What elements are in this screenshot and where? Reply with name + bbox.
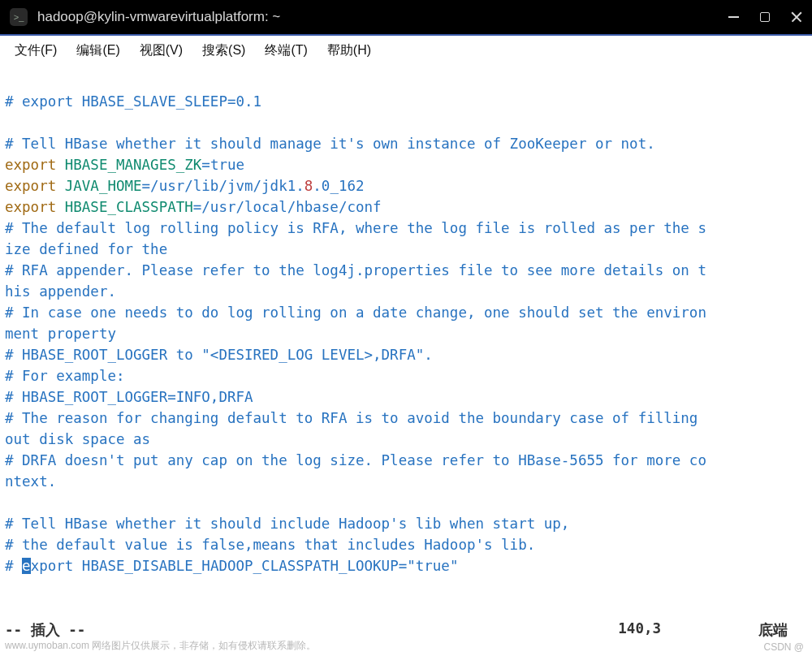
code-line: ize defined for the xyxy=(5,241,167,257)
code-line: # HBASE_ROOT_LOGGER=INFO,DRFA xyxy=(5,389,253,405)
var-name: HBASE_CLASSPATH xyxy=(56,199,193,215)
code-line: # Tell HBase whether it should manage it… xyxy=(5,136,655,152)
code-line: # Tell HBase whether it should include H… xyxy=(5,516,569,532)
menu-terminal[interactable]: 终端(T) xyxy=(257,39,315,63)
code-text: =/usr/lib/jvm/jdk1. xyxy=(142,178,304,194)
code-text: # xyxy=(5,558,22,574)
keyword-export: export xyxy=(5,157,56,173)
code-line: # RFA appender. Please refer to the log4… xyxy=(5,262,706,278)
terminal-content[interactable]: # export HBASE_SLAVE_SLEEP=0.1 # Tell HB… xyxy=(0,65,812,637)
var-name: JAVA_HOME xyxy=(56,178,141,194)
menu-help[interactable]: 帮助(H) xyxy=(319,39,379,63)
keyword-export: export xyxy=(5,199,56,215)
code-line: his appender. xyxy=(5,283,116,300)
maximize-icon[interactable] xyxy=(760,12,770,22)
code-text: xport HBASE_DISABLE_HADOOP_CLASSPATH_LOO… xyxy=(31,558,459,574)
watermark-text: www.uymoban.com 网络图片仅供展示，非存储，如有侵权请联系删除。 xyxy=(5,639,316,653)
terminal-app-icon: >_ xyxy=(10,8,28,26)
minimize-icon[interactable] xyxy=(728,16,739,18)
code-number: 8 xyxy=(304,178,313,194)
menu-file[interactable]: 文件(F) xyxy=(6,39,65,63)
code-line: # the default value is false,means that … xyxy=(5,537,535,553)
scroll-indicator: 底端 xyxy=(758,620,788,640)
code-line: # HBASE_ROOT_LOGGER to "<DESIRED_LOG LEV… xyxy=(5,347,433,363)
code-line: # The default log rolling policy is RFA,… xyxy=(5,220,706,236)
cursor-position: 140,3 xyxy=(618,620,661,640)
code-text: =/usr/local/hbase/conf xyxy=(193,199,382,215)
keyword-export: export xyxy=(5,178,56,194)
code-line: # For example: xyxy=(5,368,125,384)
code-line: # The reason for changing default to RFA… xyxy=(5,410,706,426)
code-line: ntext. xyxy=(5,473,56,490)
vim-status-line: -- 插入 -- 140,3 底端 xyxy=(5,620,807,640)
cursor: e xyxy=(22,558,31,574)
menu-view[interactable]: 视图(V) xyxy=(132,39,191,63)
code-text: .0_162 xyxy=(313,178,364,194)
code-line: ment property xyxy=(5,326,116,342)
vim-mode: -- 插入 -- xyxy=(5,620,85,640)
code-line: # export HBASE_SLAVE_SLEEP=0.1 xyxy=(5,93,261,110)
titlebar: >_ hadoop@kylin-vmwarevirtualplatform: ~ xyxy=(0,0,812,34)
code-text: =true xyxy=(201,157,244,173)
close-icon[interactable] xyxy=(791,11,802,23)
menu-search[interactable]: 搜索(S) xyxy=(194,39,253,63)
menubar: 文件(F) 编辑(E) 视图(V) 搜索(S) 终端(T) 帮助(H) xyxy=(0,36,812,65)
watermark-csdn: CSDN @ xyxy=(763,641,804,653)
menu-edit[interactable]: 编辑(E) xyxy=(68,39,127,63)
code-line: # DRFA doesn't put any cap on the log si… xyxy=(5,452,706,468)
window-controls xyxy=(728,11,802,23)
window-title: hadoop@kylin-vmwarevirtualplatform: ~ xyxy=(37,9,728,25)
var-name: HBASE_MANAGES_ZK xyxy=(56,157,201,173)
code-line: out disk space as xyxy=(5,431,150,447)
code-line: # In case one needs to do log rolling on… xyxy=(5,304,706,321)
